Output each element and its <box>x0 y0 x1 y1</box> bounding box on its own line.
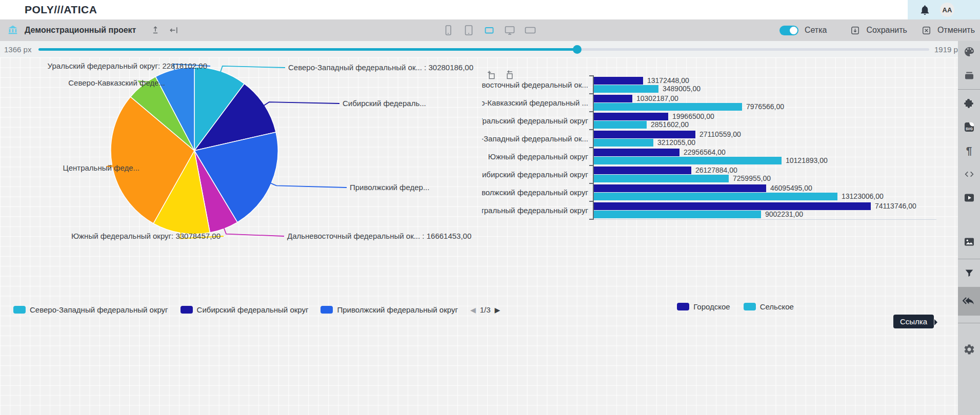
legend-label: Городское <box>693 302 730 311</box>
pie-chart-widget[interactable]: Северо-Западный федеральный ок... : 3028… <box>0 57 482 375</box>
pie-slice-label: Дальневосточный федеральный ок... : 1666… <box>287 232 471 241</box>
legend-prev-icon[interactable]: ◀ <box>470 306 476 314</box>
app-logo: POLY///ATICA <box>25 4 97 16</box>
bar-category-row: Южный федеральный округ22956564,00101218… <box>482 148 952 165</box>
pie-slice-label: Уральский федеральный округ: 22818102,00 <box>45 61 207 71</box>
bar-category-label: Дальневосточный федеральный ок... <box>482 76 593 94</box>
legend-swatch <box>744 303 756 310</box>
bar-urban[interactable] <box>594 113 668 120</box>
sidebar-divider <box>958 259 980 259</box>
device-preview-switcher <box>442 19 536 41</box>
pie-legend-item[interactable]: Приволжский федеральный округ <box>321 305 457 314</box>
bar-category-row: Сибирский федеральный округ26127884,0072… <box>482 165 952 183</box>
bar-chart-widget[interactable]: Дальневосточный федеральный ок...1317244… <box>482 57 958 375</box>
pie-chart[interactable] <box>0 57 482 298</box>
puzzle-icon[interactable] <box>958 95 980 112</box>
image-icon[interactable] <box>958 233 980 251</box>
bar-value-label: 10302187,00 <box>636 94 678 103</box>
bar-urban[interactable] <box>594 184 766 192</box>
bar-category-label: Северо-Кавказский федеральный ... <box>482 94 593 112</box>
pie-callout-line <box>264 102 339 106</box>
save-button[interactable]: Сохранить <box>865 25 908 36</box>
bar-legend-item[interactable]: Сельское <box>744 302 794 311</box>
bar-category-row: Уральский федеральный округ19966500,0028… <box>482 112 952 130</box>
device-laptop-icon[interactable] <box>483 24 495 36</box>
bar-category-label: Приволжский федеральный округ <box>482 183 593 201</box>
bar-value-label: 13172448,00 <box>647 76 689 85</box>
svg-image-icon[interactable]: SVG <box>958 118 980 136</box>
legend-swatch <box>181 306 193 314</box>
settings-gear-icon[interactable] <box>958 341 980 358</box>
grid-toggle-label: Сетка <box>805 26 827 35</box>
dashboard-canvas: Северо-Западный федеральный ок... : 3028… <box>0 57 958 415</box>
pie-slice-label: Южный федеральный округ: 33078457,00 <box>66 232 221 241</box>
bar-category-row: Дальневосточный федеральный ок...1317244… <box>482 76 952 94</box>
bar-rows: Дальневосточный федеральный ок...1317244… <box>482 76 952 219</box>
bar-urban[interactable] <box>594 77 643 85</box>
bar-value-label: 26127884,00 <box>695 166 737 175</box>
link-tool-active[interactable] <box>958 287 980 316</box>
bar-rural[interactable] <box>594 211 761 218</box>
bar-category-row: Северо-Кавказский федеральный ...1030218… <box>482 94 952 112</box>
width-slider[interactable] <box>38 48 929 51</box>
export-button[interactable] <box>149 24 162 36</box>
bar-category-label: Сибирский федеральный округ <box>482 165 593 183</box>
bar-category-label: Уральский федеральный округ <box>482 112 593 130</box>
width-slider-thumb[interactable] <box>573 45 582 54</box>
bar-rural[interactable] <box>594 121 647 129</box>
cancel-icon[interactable] <box>922 26 931 35</box>
bar-rural[interactable] <box>594 85 658 93</box>
bar-urban[interactable] <box>594 95 632 102</box>
project-toolbar: Демонстрационный проект Сетка Со <box>0 19 980 41</box>
pie-legend-item[interactable]: Северо-Западный федеральный округ <box>13 305 168 314</box>
pie-legend-item[interactable]: Сибирский федеральный округ <box>181 305 309 314</box>
bar-category-label: Южный федеральный округ <box>482 148 593 165</box>
video-icon[interactable] <box>958 189 980 206</box>
code-icon[interactable] <box>958 165 980 183</box>
bar-rural[interactable] <box>594 193 837 200</box>
bar-urban[interactable] <box>594 149 679 156</box>
avatar[interactable]: AA <box>940 3 954 17</box>
pie-slice-label: Северо-Кавказский феде... <box>61 78 165 88</box>
bar-category-row: Северо-Западный федеральный ок...2711055… <box>482 130 952 148</box>
legend-swatch <box>321 306 333 314</box>
device-desktop-icon[interactable] <box>504 24 516 36</box>
bar-rural[interactable] <box>594 175 729 182</box>
collapse-panel-button[interactable] <box>168 24 180 36</box>
sidebar-divider <box>958 323 980 323</box>
slider-min-label: 1366 px <box>4 45 31 54</box>
bar-value-label: 10121893,00 <box>786 156 828 165</box>
legend-label: Сибирский федеральный округ <box>197 305 309 314</box>
filter-icon[interactable] <box>958 264 980 282</box>
pie-callout-line <box>221 66 285 72</box>
bar-value-label: 13123006,00 <box>842 192 884 201</box>
bar-urban[interactable] <box>594 202 871 210</box>
bar-value-label: 74113746,00 <box>875 202 916 211</box>
grid-toggle[interactable] <box>779 26 798 35</box>
save-icon[interactable] <box>850 26 860 35</box>
widgets-drawer-icon[interactable] <box>958 67 980 84</box>
device-widescreen-icon[interactable] <box>524 24 536 36</box>
palette-icon[interactable] <box>958 43 980 60</box>
device-phone-icon[interactable] <box>442 24 454 36</box>
widget-sidebar: SVG ¶ <box>958 41 980 415</box>
bar-value-label: 3489005,00 <box>663 85 701 93</box>
bar-rural[interactable] <box>594 103 742 111</box>
bar-value-label: 7976566,00 <box>746 102 784 111</box>
cancel-button[interactable]: Отменить <box>936 25 976 36</box>
device-tablet-icon[interactable] <box>463 24 475 36</box>
bar-urban[interactable] <box>594 131 695 138</box>
bar-value-label: 7259955,00 <box>733 174 771 183</box>
pie-callout-line <box>224 228 284 236</box>
bar-category-label: Центральный федеральный округ <box>482 201 593 219</box>
bar-rural[interactable] <box>594 157 782 164</box>
bar-legend: ГородскоеСельское <box>482 302 958 311</box>
notifications-bell-icon[interactable] <box>919 4 931 16</box>
bar-rural[interactable] <box>594 139 653 147</box>
pie-callout-line <box>271 183 347 188</box>
pie-slice-label: Северо-Западный федеральный ок... : 3028… <box>288 63 473 72</box>
bar-legend-item[interactable]: Городское <box>677 302 730 311</box>
bar-urban[interactable] <box>594 167 691 174</box>
bar-value-label: 22956564,00 <box>684 148 726 157</box>
paragraph-icon[interactable]: ¶ <box>958 142 980 159</box>
